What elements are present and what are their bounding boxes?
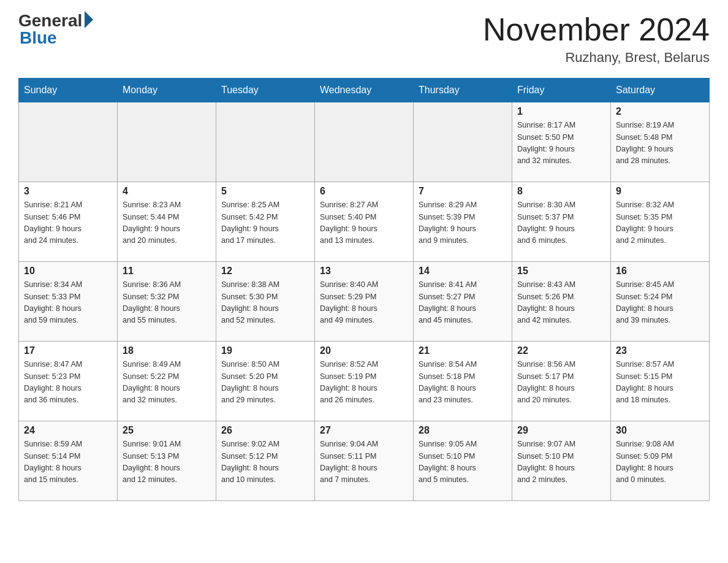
table-row bbox=[216, 102, 315, 182]
table-row bbox=[414, 102, 512, 182]
day-number: 11 bbox=[123, 266, 211, 277]
calendar-table: Sunday Monday Tuesday Wednesday Thursday… bbox=[18, 78, 710, 501]
day-number: 8 bbox=[517, 186, 605, 197]
day-info: Sunrise: 9:05 AMSunset: 5:10 PMDaylight:… bbox=[419, 439, 507, 486]
col-saturday: Saturday bbox=[611, 79, 710, 102]
day-number: 16 bbox=[616, 266, 704, 277]
day-number: 12 bbox=[221, 266, 309, 277]
day-number: 20 bbox=[320, 345, 408, 356]
table-row: 17Sunrise: 8:47 AMSunset: 5:23 PMDayligh… bbox=[19, 342, 118, 421]
calendar-header-row: Sunday Monday Tuesday Wednesday Thursday… bbox=[19, 79, 710, 102]
table-row: 3Sunrise: 8:21 AMSunset: 5:46 PMDaylight… bbox=[19, 182, 118, 262]
day-number: 26 bbox=[221, 425, 309, 436]
day-info: Sunrise: 8:52 AMSunset: 5:19 PMDaylight:… bbox=[320, 359, 408, 407]
day-number: 2 bbox=[616, 106, 704, 117]
day-info: Sunrise: 9:01 AMSunset: 5:13 PMDaylight:… bbox=[123, 439, 211, 486]
day-info: Sunrise: 9:07 AMSunset: 5:10 PMDaylight:… bbox=[517, 439, 605, 486]
day-number: 14 bbox=[419, 266, 507, 277]
table-row: 23Sunrise: 8:57 AMSunset: 5:15 PMDayligh… bbox=[611, 342, 710, 421]
table-row: 4Sunrise: 8:23 AMSunset: 5:44 PMDaylight… bbox=[118, 182, 216, 262]
col-monday: Monday bbox=[118, 79, 216, 102]
title-area: November 2024 Ruzhany, Brest, Belarus bbox=[483, 12, 710, 66]
day-info: Sunrise: 8:19 AMSunset: 5:48 PMDaylight:… bbox=[616, 120, 704, 167]
table-row: 26Sunrise: 9:02 AMSunset: 5:12 PMDayligh… bbox=[216, 421, 315, 501]
table-row bbox=[315, 102, 414, 182]
day-number: 3 bbox=[24, 186, 112, 197]
day-info: Sunrise: 8:21 AMSunset: 5:46 PMDaylight:… bbox=[24, 199, 112, 247]
table-row: 2Sunrise: 8:19 AMSunset: 5:48 PMDaylight… bbox=[611, 102, 710, 182]
day-info: Sunrise: 8:49 AMSunset: 5:22 PMDaylight:… bbox=[123, 359, 211, 407]
col-friday: Friday bbox=[512, 79, 611, 102]
day-number: 23 bbox=[616, 345, 704, 356]
day-info: Sunrise: 8:41 AMSunset: 5:27 PMDaylight:… bbox=[419, 279, 507, 327]
day-info: Sunrise: 8:36 AMSunset: 5:32 PMDaylight:… bbox=[123, 279, 211, 327]
col-wednesday: Wednesday bbox=[315, 79, 414, 102]
day-number: 4 bbox=[123, 186, 211, 197]
table-row: 15Sunrise: 8:43 AMSunset: 5:26 PMDayligh… bbox=[512, 262, 611, 342]
table-row: 14Sunrise: 8:41 AMSunset: 5:27 PMDayligh… bbox=[414, 262, 512, 342]
table-row: 16Sunrise: 8:45 AMSunset: 5:24 PMDayligh… bbox=[611, 262, 710, 342]
day-info: Sunrise: 8:43 AMSunset: 5:26 PMDaylight:… bbox=[517, 279, 605, 327]
calendar-week-row: 3Sunrise: 8:21 AMSunset: 5:46 PMDaylight… bbox=[19, 182, 710, 262]
table-row: 20Sunrise: 8:52 AMSunset: 5:19 PMDayligh… bbox=[315, 342, 414, 421]
table-row: 9Sunrise: 8:32 AMSunset: 5:35 PMDaylight… bbox=[611, 182, 710, 262]
calendar-week-row: 17Sunrise: 8:47 AMSunset: 5:23 PMDayligh… bbox=[19, 342, 710, 421]
day-info: Sunrise: 8:32 AMSunset: 5:35 PMDaylight:… bbox=[616, 199, 704, 247]
table-row: 22Sunrise: 8:56 AMSunset: 5:17 PMDayligh… bbox=[512, 342, 611, 421]
logo-arrow-icon bbox=[85, 11, 93, 28]
table-row: 6Sunrise: 8:27 AMSunset: 5:40 PMDaylight… bbox=[315, 182, 414, 262]
day-number: 28 bbox=[419, 425, 507, 436]
day-info: Sunrise: 8:40 AMSunset: 5:29 PMDaylight:… bbox=[320, 279, 408, 327]
day-info: Sunrise: 9:08 AMSunset: 5:09 PMDaylight:… bbox=[616, 439, 704, 486]
calendar-week-row: 24Sunrise: 8:59 AMSunset: 5:14 PMDayligh… bbox=[19, 421, 710, 501]
table-row: 10Sunrise: 8:34 AMSunset: 5:33 PMDayligh… bbox=[19, 262, 118, 342]
day-info: Sunrise: 8:27 AMSunset: 5:40 PMDaylight:… bbox=[320, 199, 408, 247]
table-row: 11Sunrise: 8:36 AMSunset: 5:32 PMDayligh… bbox=[118, 262, 216, 342]
day-info: Sunrise: 9:02 AMSunset: 5:12 PMDaylight:… bbox=[221, 439, 309, 486]
table-row: 8Sunrise: 8:30 AMSunset: 5:37 PMDaylight… bbox=[512, 182, 611, 262]
day-info: Sunrise: 8:56 AMSunset: 5:17 PMDaylight:… bbox=[517, 359, 605, 407]
day-number: 27 bbox=[320, 425, 408, 436]
col-tuesday: Tuesday bbox=[216, 79, 315, 102]
day-info: Sunrise: 8:57 AMSunset: 5:15 PMDaylight:… bbox=[616, 359, 704, 407]
day-info: Sunrise: 8:25 AMSunset: 5:42 PMDaylight:… bbox=[221, 199, 309, 247]
table-row: 29Sunrise: 9:07 AMSunset: 5:10 PMDayligh… bbox=[512, 421, 611, 501]
table-row: 30Sunrise: 9:08 AMSunset: 5:09 PMDayligh… bbox=[611, 421, 710, 501]
day-number: 6 bbox=[320, 186, 408, 197]
day-info: Sunrise: 8:17 AMSunset: 5:50 PMDaylight:… bbox=[517, 120, 605, 167]
day-info: Sunrise: 8:30 AMSunset: 5:37 PMDaylight:… bbox=[517, 199, 605, 247]
location-title: Ruzhany, Brest, Belarus bbox=[483, 50, 710, 66]
day-info: Sunrise: 8:59 AMSunset: 5:14 PMDaylight:… bbox=[24, 439, 112, 486]
day-info: Sunrise: 8:45 AMSunset: 5:24 PMDaylight:… bbox=[616, 279, 704, 327]
calendar-week-row: 1Sunrise: 8:17 AMSunset: 5:50 PMDaylight… bbox=[19, 102, 710, 182]
table-row: 13Sunrise: 8:40 AMSunset: 5:29 PMDayligh… bbox=[315, 262, 414, 342]
day-number: 24 bbox=[24, 425, 112, 436]
logo-blue-text: Blue bbox=[20, 28, 57, 48]
day-number: 9 bbox=[616, 186, 704, 197]
table-row: 28Sunrise: 9:05 AMSunset: 5:10 PMDayligh… bbox=[414, 421, 512, 501]
day-number: 21 bbox=[419, 345, 507, 356]
col-thursday: Thursday bbox=[414, 79, 512, 102]
day-number: 29 bbox=[517, 425, 605, 436]
table-row: 1Sunrise: 8:17 AMSunset: 5:50 PMDaylight… bbox=[512, 102, 611, 182]
day-info: Sunrise: 8:47 AMSunset: 5:23 PMDaylight:… bbox=[24, 359, 112, 407]
day-info: Sunrise: 8:54 AMSunset: 5:18 PMDaylight:… bbox=[419, 359, 507, 407]
table-row bbox=[19, 102, 118, 182]
day-info: Sunrise: 9:04 AMSunset: 5:11 PMDaylight:… bbox=[320, 439, 408, 486]
logo-general-text: General bbox=[18, 12, 82, 29]
day-number: 1 bbox=[517, 106, 605, 117]
month-title: November 2024 bbox=[483, 12, 710, 47]
table-row: 19Sunrise: 8:50 AMSunset: 5:20 PMDayligh… bbox=[216, 342, 315, 421]
day-number: 15 bbox=[517, 266, 605, 277]
col-sunday: Sunday bbox=[19, 79, 118, 102]
day-info: Sunrise: 8:50 AMSunset: 5:20 PMDaylight:… bbox=[221, 359, 309, 407]
table-row: 27Sunrise: 9:04 AMSunset: 5:11 PMDayligh… bbox=[315, 421, 414, 501]
table-row: 18Sunrise: 8:49 AMSunset: 5:22 PMDayligh… bbox=[118, 342, 216, 421]
table-row: 7Sunrise: 8:29 AMSunset: 5:39 PMDaylight… bbox=[414, 182, 512, 262]
day-info: Sunrise: 8:29 AMSunset: 5:39 PMDaylight:… bbox=[419, 199, 507, 247]
day-number: 5 bbox=[221, 186, 309, 197]
calendar-week-row: 10Sunrise: 8:34 AMSunset: 5:33 PMDayligh… bbox=[19, 262, 710, 342]
day-number: 10 bbox=[24, 266, 112, 277]
table-row bbox=[118, 102, 216, 182]
day-info: Sunrise: 8:23 AMSunset: 5:44 PMDaylight:… bbox=[123, 199, 211, 247]
